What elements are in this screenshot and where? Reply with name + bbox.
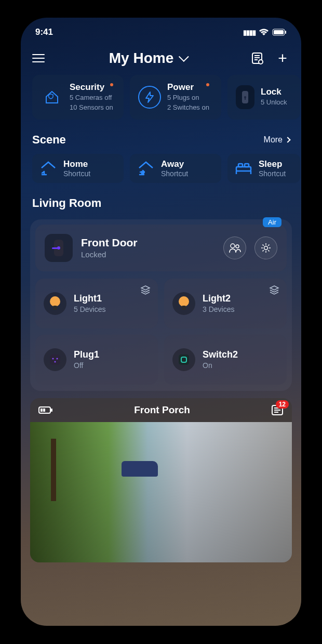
home-shield-icon bbox=[41, 86, 63, 109]
switch-icon bbox=[172, 348, 195, 371]
status-icons bbox=[243, 27, 287, 37]
svg-point-24 bbox=[179, 296, 189, 307]
svg-rect-10 bbox=[245, 97, 246, 100]
wifi-icon bbox=[259, 29, 269, 36]
home-selector[interactable]: My Home bbox=[53, 50, 242, 67]
device-plug1[interactable]: Plug1 Off bbox=[35, 335, 158, 385]
card-title: Security bbox=[70, 82, 113, 93]
svg-rect-30 bbox=[179, 354, 189, 365]
device-light2[interactable]: Light2 3 Devices bbox=[164, 279, 287, 328]
share-users-button[interactable] bbox=[223, 236, 246, 259]
scene-heading: Scene bbox=[32, 133, 66, 147]
scene-more-button[interactable]: More bbox=[264, 135, 290, 144]
svg-rect-34 bbox=[43, 409, 45, 412]
camera-header: Front Porch 12 bbox=[30, 398, 292, 422]
room-name: Living Room bbox=[32, 196, 101, 210]
device-name: Plug1 bbox=[74, 349, 99, 360]
scene-sub: Shortcut bbox=[63, 169, 90, 178]
cellular-icon bbox=[243, 27, 256, 37]
svg-point-21 bbox=[264, 246, 268, 249]
settings-button[interactable] bbox=[254, 236, 277, 259]
scene-sleep[interactable]: Sleep Shortcut bbox=[227, 154, 300, 183]
scene-header: Scene More bbox=[21, 120, 301, 154]
clock: 9:41 bbox=[35, 27, 53, 37]
status-bar: 9:41 bbox=[21, 18, 301, 43]
scene-away[interactable]: Away Shortcut bbox=[130, 154, 221, 183]
battery-icon bbox=[38, 406, 53, 414]
card-line1: 5 Unlock bbox=[261, 98, 288, 107]
svg-rect-15 bbox=[245, 164, 249, 167]
card-line1: 5 Cameras off bbox=[70, 94, 113, 102]
svg-rect-18 bbox=[52, 247, 58, 249]
device-light1[interactable]: Light1 5 Devices bbox=[35, 279, 158, 328]
device-sub: 5 Devices bbox=[74, 305, 105, 313]
lock-icon bbox=[236, 85, 254, 109]
quick-card-lock[interactable]: Lock 5 Unlock bbox=[227, 75, 300, 120]
chevron-down-icon bbox=[179, 51, 189, 62]
app-header: My Home + bbox=[21, 43, 301, 75]
svg-rect-23 bbox=[53, 306, 57, 310]
device-name: Switch2 bbox=[203, 349, 238, 360]
add-button[interactable]: + bbox=[275, 51, 290, 65]
events-button[interactable]: 12 bbox=[271, 404, 284, 416]
page-title: My Home bbox=[109, 50, 173, 67]
device-name: Front Door bbox=[81, 236, 137, 249]
activity-log-button[interactable] bbox=[250, 51, 265, 65]
camera-preview[interactable] bbox=[30, 422, 292, 562]
bulb-icon bbox=[172, 292, 195, 315]
quick-card-power[interactable]: Power 5 Plugs on 2 Switches on bbox=[130, 75, 221, 120]
room-header: Living Room bbox=[21, 183, 301, 214]
scene-name: Away bbox=[161, 159, 188, 169]
card-line2: 10 Sensors on bbox=[70, 103, 113, 112]
events-count-badge: 12 bbox=[276, 400, 289, 409]
scene-name: Sleep bbox=[259, 159, 286, 169]
card-line1: 5 Plugs on bbox=[167, 94, 209, 102]
stack-icon bbox=[140, 285, 151, 295]
svg-point-27 bbox=[52, 358, 54, 359]
svg-rect-33 bbox=[41, 409, 43, 412]
device-sub: Off bbox=[74, 361, 99, 370]
scene-home[interactable]: Home Shortcut bbox=[32, 154, 124, 183]
camera-card[interactable]: Front Porch 12 bbox=[30, 398, 292, 562]
device-sub: 3 Devices bbox=[203, 305, 234, 313]
scene-row[interactable]: Home Shortcut Away Shortcut Sleep Shortc… bbox=[21, 154, 301, 183]
quick-card-security[interactable]: Security 5 Cameras off 10 Sensors on bbox=[32, 75, 124, 120]
home-in-icon bbox=[39, 161, 57, 176]
device-front-door[interactable]: Front Door Locked bbox=[35, 225, 287, 271]
phone-frame: 9:41 My Home + bbox=[21, 18, 301, 626]
svg-point-29 bbox=[55, 361, 56, 362]
menu-button[interactable] bbox=[32, 54, 45, 62]
svg-rect-25 bbox=[182, 306, 186, 310]
stack-icon bbox=[269, 285, 279, 295]
scene-sub: Shortcut bbox=[259, 169, 286, 178]
bolt-icon bbox=[138, 86, 161, 109]
svg-point-7 bbox=[259, 60, 263, 64]
svg-rect-1 bbox=[274, 30, 284, 34]
camera-title: Front Porch bbox=[58, 404, 266, 416]
chevron-right-icon bbox=[285, 137, 290, 142]
lock-icon bbox=[45, 234, 73, 262]
svg-rect-2 bbox=[285, 31, 286, 34]
device-name: Light1 bbox=[74, 293, 105, 304]
svg-rect-11 bbox=[236, 167, 251, 171]
svg-point-28 bbox=[57, 358, 58, 359]
bed-icon bbox=[235, 162, 252, 175]
quick-cards-row[interactable]: Security 5 Cameras off 10 Sensors on Pow… bbox=[21, 75, 301, 120]
svg-point-19 bbox=[231, 244, 235, 248]
card-title: Lock bbox=[261, 87, 288, 97]
svg-rect-35 bbox=[51, 409, 52, 412]
scene-sub: Shortcut bbox=[161, 169, 188, 178]
battery-icon bbox=[272, 29, 287, 36]
svg-point-22 bbox=[50, 296, 60, 307]
room-panel: Air Front Door Locked bbox=[30, 219, 292, 391]
air-badge[interactable]: Air bbox=[263, 217, 281, 227]
plug-icon bbox=[44, 348, 66, 371]
svg-rect-14 bbox=[238, 164, 243, 167]
home-out-icon bbox=[137, 161, 155, 176]
device-grid: Light1 5 Devices Light2 3 Devices bbox=[35, 279, 287, 385]
device-name: Light2 bbox=[203, 293, 234, 304]
device-status: Locked bbox=[81, 250, 137, 259]
svg-rect-26 bbox=[50, 354, 60, 365]
device-switch2[interactable]: Switch2 On bbox=[164, 335, 287, 385]
card-title: Power bbox=[167, 82, 209, 93]
